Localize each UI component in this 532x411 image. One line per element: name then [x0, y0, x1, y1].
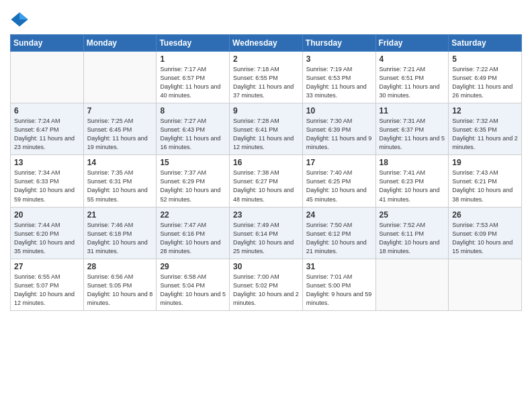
empty-cell	[83, 52, 157, 103]
day-number: 26	[452, 210, 518, 220]
col-header-thursday: Thursday	[302, 35, 375, 52]
day-number: 23	[233, 210, 299, 220]
calendar-day-5: 5Sunrise: 7:22 AMSunset: 6:49 PMDaylight…	[449, 52, 522, 103]
day-number: 30	[233, 262, 299, 271]
header	[10, 7, 522, 29]
day-info: Sunrise: 6:58 AMSunset: 5:04 PMDaylight:…	[160, 273, 226, 308]
calendar-day-25: 25Sunrise: 7:52 AMSunset: 6:11 PMDayligh…	[375, 207, 449, 259]
calendar-day-18: 18Sunrise: 7:41 AMSunset: 6:23 PMDayligh…	[375, 155, 449, 207]
day-info: Sunrise: 7:41 AMSunset: 6:23 PMDaylight:…	[380, 169, 445, 203]
day-info: Sunrise: 7:35 AMSunset: 6:31 PMDaylight:…	[87, 169, 153, 203]
day-info: Sunrise: 7:52 AMSunset: 6:11 PMDaylight:…	[380, 221, 445, 256]
day-number: 16	[233, 158, 299, 167]
calendar-day-30: 30Sunrise: 7:00 AMSunset: 5:02 PMDayligh…	[230, 259, 303, 310]
col-header-wednesday: Wednesday	[230, 35, 303, 52]
calendar-day-16: 16Sunrise: 7:38 AMSunset: 6:27 PMDayligh…	[230, 155, 303, 207]
col-header-friday: Friday	[375, 35, 449, 52]
day-info: Sunrise: 7:30 AMSunset: 6:39 PMDaylight:…	[306, 117, 372, 152]
calendar-day-14: 14Sunrise: 7:35 AMSunset: 6:31 PMDayligh…	[83, 155, 157, 207]
day-info: Sunrise: 7:17 AMSunset: 6:57 PMDaylight:…	[160, 65, 226, 100]
day-info: Sunrise: 7:01 AMSunset: 5:00 PMDaylight:…	[306, 273, 372, 308]
day-info: Sunrise: 7:37 AMSunset: 6:29 PMDaylight:…	[160, 169, 226, 203]
day-number: 10	[306, 106, 372, 116]
day-info: Sunrise: 7:32 AMSunset: 6:35 PMDaylight:…	[452, 117, 518, 152]
day-number: 21	[87, 210, 153, 220]
day-number: 12	[452, 106, 518, 116]
day-info: Sunrise: 7:31 AMSunset: 6:37 PMDaylight:…	[380, 117, 445, 152]
day-number: 15	[160, 158, 226, 167]
calendar-day-17: 17Sunrise: 7:40 AMSunset: 6:25 PMDayligh…	[302, 155, 375, 207]
day-info: Sunrise: 7:00 AMSunset: 5:02 PMDaylight:…	[233, 273, 299, 308]
logo-icon	[10, 10, 29, 29]
day-number: 6	[14, 106, 80, 116]
calendar-day-3: 3Sunrise: 7:19 AMSunset: 6:53 PMDaylight…	[302, 52, 375, 103]
day-info: Sunrise: 7:44 AMSunset: 6:20 PMDaylight:…	[14, 221, 80, 256]
col-header-monday: Monday	[83, 35, 157, 52]
calendar-day-20: 20Sunrise: 7:44 AMSunset: 6:20 PMDayligh…	[11, 207, 84, 259]
day-info: Sunrise: 7:46 AMSunset: 6:18 PMDaylight:…	[87, 221, 153, 256]
calendar-day-21: 21Sunrise: 7:46 AMSunset: 6:18 PMDayligh…	[83, 207, 157, 259]
day-number: 28	[87, 262, 153, 271]
calendar-day-7: 7Sunrise: 7:25 AMSunset: 6:45 PMDaylight…	[83, 103, 157, 155]
day-info: Sunrise: 7:22 AMSunset: 6:49 PMDaylight:…	[452, 65, 518, 100]
day-info: Sunrise: 7:53 AMSunset: 6:09 PMDaylight:…	[452, 221, 518, 256]
calendar-day-19: 19Sunrise: 7:43 AMSunset: 6:21 PMDayligh…	[449, 155, 522, 207]
calendar-week-3: 13Sunrise: 7:34 AMSunset: 6:33 PMDayligh…	[11, 155, 522, 207]
empty-cell	[375, 259, 449, 310]
empty-cell	[449, 259, 522, 310]
day-number: 19	[452, 158, 518, 167]
calendar-day-23: 23Sunrise: 7:49 AMSunset: 6:14 PMDayligh…	[230, 207, 303, 259]
calendar-day-10: 10Sunrise: 7:30 AMSunset: 6:39 PMDayligh…	[302, 103, 375, 155]
calendar-day-4: 4Sunrise: 7:21 AMSunset: 6:51 PMDaylight…	[375, 52, 449, 103]
calendar-day-27: 27Sunrise: 6:55 AMSunset: 5:07 PMDayligh…	[11, 259, 84, 310]
day-number: 31	[306, 262, 372, 271]
day-number: 18	[380, 158, 445, 167]
calendar-day-22: 22Sunrise: 7:47 AMSunset: 6:16 PMDayligh…	[157, 207, 230, 259]
day-number: 25	[380, 210, 445, 220]
day-number: 7	[87, 106, 153, 116]
calendar-day-29: 29Sunrise: 6:58 AMSunset: 5:04 PMDayligh…	[157, 259, 230, 310]
calendar-week-4: 20Sunrise: 7:44 AMSunset: 6:20 PMDayligh…	[11, 207, 522, 259]
day-info: Sunrise: 7:43 AMSunset: 6:21 PMDaylight:…	[452, 169, 518, 203]
col-header-sunday: Sunday	[11, 35, 84, 52]
day-info: Sunrise: 7:28 AMSunset: 6:41 PMDaylight:…	[233, 117, 299, 152]
calendar-day-11: 11Sunrise: 7:31 AMSunset: 6:37 PMDayligh…	[375, 103, 449, 155]
calendar-day-26: 26Sunrise: 7:53 AMSunset: 6:09 PMDayligh…	[449, 207, 522, 259]
col-header-tuesday: Tuesday	[157, 35, 230, 52]
day-info: Sunrise: 7:18 AMSunset: 6:55 PMDaylight:…	[233, 65, 299, 100]
day-number: 20	[14, 210, 80, 220]
day-number: 8	[160, 106, 226, 116]
day-number: 22	[160, 210, 226, 220]
day-number: 9	[233, 106, 299, 116]
logo	[10, 10, 32, 29]
empty-cell	[11, 52, 84, 103]
calendar-day-9: 9Sunrise: 7:28 AMSunset: 6:41 PMDaylight…	[230, 103, 303, 155]
calendar-day-6: 6Sunrise: 7:24 AMSunset: 6:47 PMDaylight…	[11, 103, 84, 155]
day-number: 27	[14, 262, 80, 271]
day-info: Sunrise: 7:40 AMSunset: 6:25 PMDaylight:…	[306, 169, 372, 203]
day-info: Sunrise: 6:56 AMSunset: 5:05 PMDaylight:…	[87, 273, 153, 308]
day-info: Sunrise: 7:21 AMSunset: 6:51 PMDaylight:…	[380, 65, 445, 100]
day-info: Sunrise: 7:24 AMSunset: 6:47 PMDaylight:…	[14, 117, 80, 152]
calendar-day-31: 31Sunrise: 7:01 AMSunset: 5:00 PMDayligh…	[302, 259, 375, 310]
day-number: 11	[380, 106, 445, 116]
calendar-day-13: 13Sunrise: 7:34 AMSunset: 6:33 PMDayligh…	[11, 155, 84, 207]
page: SundayMondayTuesdayWednesdayThursdayFrid…	[0, 0, 532, 411]
day-info: Sunrise: 7:38 AMSunset: 6:27 PMDaylight:…	[233, 169, 299, 203]
col-header-saturday: Saturday	[449, 35, 522, 52]
calendar-week-5: 27Sunrise: 6:55 AMSunset: 5:07 PMDayligh…	[11, 259, 522, 310]
calendar-day-12: 12Sunrise: 7:32 AMSunset: 6:35 PMDayligh…	[449, 103, 522, 155]
day-number: 1	[160, 54, 226, 64]
calendar-week-2: 6Sunrise: 7:24 AMSunset: 6:47 PMDaylight…	[11, 103, 522, 155]
day-info: Sunrise: 7:27 AMSunset: 6:43 PMDaylight:…	[160, 117, 226, 152]
calendar-day-28: 28Sunrise: 6:56 AMSunset: 5:05 PMDayligh…	[83, 259, 157, 310]
calendar-day-24: 24Sunrise: 7:50 AMSunset: 6:12 PMDayligh…	[302, 207, 375, 259]
day-info: Sunrise: 7:50 AMSunset: 6:12 PMDaylight:…	[306, 221, 372, 256]
day-number: 4	[380, 54, 445, 64]
day-info: Sunrise: 6:55 AMSunset: 5:07 PMDaylight:…	[14, 273, 80, 308]
day-number: 5	[452, 54, 518, 64]
day-info: Sunrise: 7:34 AMSunset: 6:33 PMDaylight:…	[14, 169, 80, 203]
calendar-table: SundayMondayTuesdayWednesdayThursdayFrid…	[10, 34, 522, 311]
day-number: 2	[233, 54, 299, 64]
svg-marker-1	[19, 13, 28, 20]
